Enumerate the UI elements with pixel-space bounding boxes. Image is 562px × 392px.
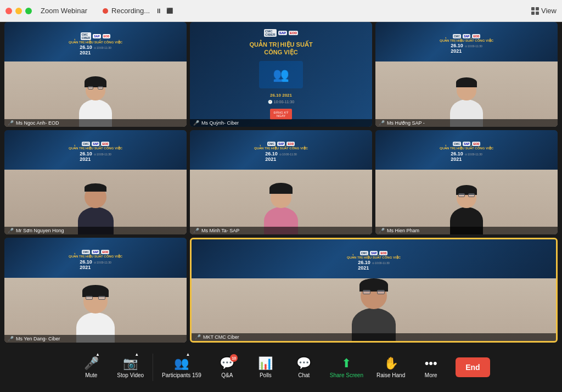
chevron-up-icon[interactable]: ▲ <box>134 352 139 357</box>
participants-icon: 👥 ▲ <box>174 356 189 371</box>
mic-muted-icon: 🎤 <box>379 120 385 126</box>
name-badge-son: 🎤 Mr Sơn Nguyen Hong <box>4 227 187 234</box>
recording-label: Recording... <box>111 7 150 15</box>
stop-icon[interactable]: ⬛ <box>166 8 173 14</box>
mute-label: Mute <box>85 372 97 378</box>
recording-dot <box>103 8 108 14</box>
mic-muted-icon: 🎤 <box>379 228 385 233</box>
grid-icon <box>531 7 539 15</box>
participant-cell-ngoc-anh[interactable]: CMCCIBER SAP EOD QUẢN TRỊ HIỆU SUẤT CÔNG… <box>4 22 187 127</box>
name-badge-quynh: 🎤 Ms Quỳnh- Ciber <box>190 119 372 127</box>
mic-muted-icon: 🎤 <box>193 228 199 233</box>
participants-label: Participants 159 <box>162 372 201 378</box>
participant-cell-mkt[interactable]: CMC SAP EOD QUẢN TRỊ HIỆU SUẤT CÔNG VIỆC… <box>190 238 558 343</box>
view-button[interactable]: View <box>531 7 557 15</box>
end-button[interactable]: End <box>456 357 490 377</box>
mic-muted-icon: 🎤 <box>195 334 201 340</box>
participant-name: Ms Yen Dang- Ciber <box>16 336 60 341</box>
participant-cell-huong[interactable]: CMC SAP EOD QUẢN TRỊ HIỆU SUẤT CÔNG VIỆC… <box>375 22 558 127</box>
chat-icon: 💬 <box>296 356 311 371</box>
participant-cell-minh[interactable]: CMC SAP EOD QUẢN TRỊ HIỆU SUẤT CÔNG VIỆC… <box>190 130 372 235</box>
name-badge-minh: 🎤 Ms Minh Ta- SAP <box>190 227 372 234</box>
raise-hand-icon: ✋ <box>384 356 398 371</box>
participant-name: Ms Ngoc Anh- EOD <box>16 120 59 126</box>
participant-cell-hien[interactable]: CMC SAP EOD QUẢN TRỊ HIỆU SUẤT CÔNG VIỆC… <box>375 130 558 235</box>
app-title: Zoom Webinar <box>41 7 87 15</box>
more-label: More <box>425 372 437 378</box>
participants-button[interactable]: 👥 ▲ Participants 159 <box>155 352 208 383</box>
chat-button[interactable]: 💬 Chat <box>285 352 323 383</box>
qa-icon: 💬 10 <box>220 356 234 371</box>
participant-cell-son[interactable]: CMC SAP EOD QUẢN TRỊ HIỆU SUẤT CÔNG VIỆC… <box>4 130 187 235</box>
participant-name: Ms Hien Pham <box>387 228 419 233</box>
mic-muted-icon: 🎤 <box>8 336 14 341</box>
name-badge-yen: 🎤 Ms Yen Dang- Ciber <box>4 335 187 343</box>
chevron-up-icon[interactable]: ▲ <box>186 352 190 357</box>
toolbar-divider <box>153 354 153 381</box>
view-label: View <box>541 7 557 15</box>
name-badge-hien: 🎤 Ms Hien Pham <box>375 227 558 234</box>
qa-button[interactable]: 💬 10 Q&A <box>208 352 246 383</box>
recording-indicator: Recording... ⏸ ⬛ <box>103 7 173 15</box>
participant-name: Ms Minh Ta- SAP <box>201 228 239 233</box>
video-grid: CMCCIBER SAP EOD QUẢN TRỊ HIỆU SUẤT CÔNG… <box>4 22 558 343</box>
mic-muted-icon: 🎤 <box>8 120 14 126</box>
polls-button[interactable]: 📊 Polls <box>246 352 285 383</box>
more-icon: ••• <box>425 356 437 371</box>
name-badge-mkt: 🎤 MKT CMC Ciber <box>192 333 556 341</box>
microphone-icon: 🎤 ▲ <box>84 356 99 371</box>
toolbar: 🎤 ▲ Mute 📷 ▲ Stop Video 👥 ▲ Participants… <box>0 343 562 392</box>
camera-icon: 📷 ▲ <box>123 356 138 371</box>
participant-cell-yen[interactable]: CMC SAP EOD QUẢN TRỊ HIỆU SUẤT CÔNG VIỆC… <box>4 238 187 343</box>
participant-name: Ms Quỳnh- Ciber <box>201 120 239 126</box>
share-screen-button[interactable]: ⬆ Share Screen <box>323 352 370 383</box>
title-bar: Zoom Webinar Recording... ⏸ ⬛ View <box>0 0 562 22</box>
close-button[interactable] <box>5 8 12 14</box>
polls-label: Polls <box>260 372 272 378</box>
chat-label: Chat <box>298 372 310 378</box>
stop-video-button[interactable]: 📷 ▲ Stop Video <box>110 352 150 383</box>
participant-cell-quynh[interactable]: CMCCIBER SAP EOD QUẢN TRỊ HIỆU SUẤTCÔNG … <box>190 22 372 127</box>
minimize-button[interactable] <box>15 8 22 14</box>
stop-video-label: Stop Video <box>117 372 144 378</box>
name-badge-ngoc-anh: 🎤 Ms Ngoc Anh- EOD <box>4 119 187 127</box>
qa-badge: 10 <box>230 354 238 362</box>
mic-muted-icon: 🎤 <box>8 228 14 233</box>
participant-name: MKT CMC Ciber <box>203 334 239 340</box>
more-button[interactable]: ••• More <box>412 352 450 383</box>
mic-muted-icon: 🎤 <box>193 120 199 126</box>
pause-icon[interactable]: ⏸ <box>155 7 162 15</box>
maximize-button[interactable] <box>25 8 32 14</box>
participant-name: Mr Sơn Nguyen Hong <box>16 228 64 233</box>
polls-icon: 📊 <box>258 356 273 371</box>
raise-hand-button[interactable]: ✋ Raise Hand <box>370 352 412 383</box>
chevron-up-icon[interactable]: ▲ <box>95 352 100 357</box>
window-controls <box>5 8 32 14</box>
share-screen-icon: ⬆ <box>341 356 351 371</box>
mute-button[interactable]: 🎤 ▲ Mute <box>72 352 110 383</box>
raise-hand-label: Raise Hand <box>376 372 405 378</box>
share-screen-label: Share Screen <box>330 372 363 378</box>
participant-name: Ms Hướng SAP - <box>387 120 425 126</box>
qa-label: Q&A <box>221 372 233 378</box>
name-badge-huong: 🎤 Ms Hướng SAP - <box>375 119 558 127</box>
